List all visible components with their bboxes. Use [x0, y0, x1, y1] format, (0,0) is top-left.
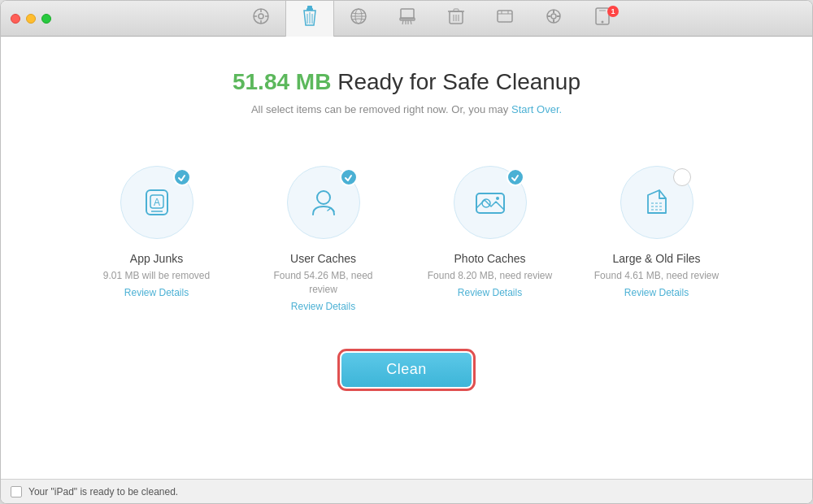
maintenance-icon [545, 7, 563, 29]
large-old-files-icon-container [620, 166, 693, 239]
photo-caches-icon-container [454, 166, 527, 239]
clean-button-wrapper: Clean [341, 353, 472, 387]
svg-rect-14 [401, 9, 414, 19]
large-old-files-name: Large & Old Files [612, 252, 700, 265]
clean-button[interactable]: Clean [341, 353, 472, 387]
tab-device[interactable]: 1 [578, 1, 627, 37]
app-junks-desc: 9.01 MB will be removed [103, 269, 210, 283]
app-junks-name: App Junks [130, 252, 183, 265]
hero-subtitle-prefix: All select items can be removed right no… [251, 103, 511, 115]
categories-container: A App Junks 9.01 MB will be removed Revi… [93, 166, 720, 312]
tab-cleaner[interactable] [285, 1, 334, 37]
start-over-link[interactable]: Start Over. [511, 103, 562, 115]
svg-point-1 [259, 14, 263, 19]
trash-icon [447, 7, 465, 29]
shredder-icon [398, 7, 416, 29]
large-old-files-empty-badge [673, 168, 691, 186]
large-old-files-desc: Found 4.61 MB, need review [594, 269, 719, 283]
overview-icon [252, 7, 270, 29]
photo-caches-name: Photo Caches [454, 252, 526, 265]
svg-point-47 [496, 197, 499, 200]
user-caches-icon-container [287, 166, 360, 239]
main-window: 1 51.84 MB Ready for Safe Cleanup All se… [0, 0, 813, 504]
svg-point-43 [317, 191, 330, 204]
app-junks-icon-container: A [120, 166, 193, 239]
cleaner-icon [301, 6, 319, 31]
user-caches-review-link[interactable]: Review Details [291, 301, 355, 312]
hero-title: 51.84 MB Ready for Safe Cleanup [233, 69, 580, 95]
hero-size: 51.84 MB [233, 69, 331, 94]
hero-subtitle: All select items can be removed right no… [233, 103, 580, 115]
photo-caches-check [506, 168, 524, 186]
category-user-caches[interactable]: User Caches Found 54.26 MB, need review … [260, 166, 386, 312]
titlebar: 1 [1, 1, 812, 37]
network-icon [350, 7, 367, 29]
statusbar: Your "iPad" is ready to be cleaned. [1, 479, 812, 503]
svg-point-38 [602, 21, 604, 24]
tab-privacy[interactable] [383, 1, 432, 37]
svg-rect-22 [454, 9, 459, 11]
user-caches-check [340, 168, 358, 186]
tab-bar: 1 [51, 1, 812, 37]
hero-title-suffix: Ready for Safe Cleanup [337, 69, 580, 94]
apps-icon [496, 7, 514, 29]
app-junks-review-link[interactable]: Review Details [124, 287, 189, 298]
status-checkbox[interactable] [11, 486, 22, 497]
user-caches-name: User Caches [290, 252, 356, 265]
svg-text:A: A [153, 197, 159, 208]
app-junks-check [173, 168, 191, 186]
hero-section: 51.84 MB Ready for Safe Cleanup All sele… [233, 69, 580, 156]
minimize-button[interactable] [26, 14, 36, 24]
svg-point-31 [551, 14, 556, 19]
main-content: 51.84 MB Ready for Safe Cleanup All sele… [1, 37, 812, 479]
large-old-files-review-link[interactable]: Review Details [624, 287, 689, 298]
tab-trash[interactable] [432, 1, 480, 37]
status-text: Your "iPad" is ready to be cleaned. [28, 486, 178, 497]
photo-caches-review-link[interactable]: Review Details [458, 287, 522, 298]
tab-network[interactable] [334, 1, 383, 37]
maximize-button[interactable] [41, 14, 51, 24]
category-photo-caches[interactable]: Photo Caches Found 8.20 MB, need review … [427, 166, 553, 312]
category-app-junks[interactable]: A App Junks 9.01 MB will be removed Revi… [93, 166, 220, 312]
svg-line-48 [659, 190, 666, 198]
tab-maintenance[interactable] [529, 1, 578, 37]
category-large-old-files[interactable]: Large & Old Files Found 4.61 MB, need re… [593, 166, 720, 312]
device-badge: 1 [607, 6, 619, 17]
tab-overview[interactable] [237, 1, 285, 37]
tab-apps[interactable] [480, 1, 529, 37]
svg-rect-26 [498, 11, 512, 22]
photo-caches-desc: Found 8.20 MB, need review [428, 269, 552, 283]
traffic-lights [1, 14, 51, 24]
close-button[interactable] [11, 14, 20, 24]
user-caches-desc: Found 54.26 MB, need review [260, 269, 386, 297]
